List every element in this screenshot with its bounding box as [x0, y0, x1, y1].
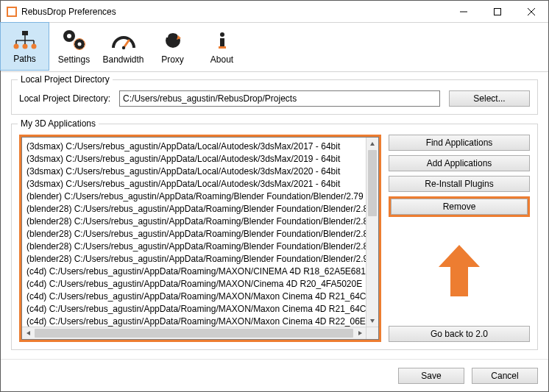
list-item[interactable]: (blender28) C:/Users/rebus_agustin/AppDa…	[26, 253, 361, 266]
window-controls	[447, 1, 548, 22]
list-item[interactable]: (3dsmax) C:/Users/rebus_agustin/AppData/…	[26, 153, 361, 165]
find-applications-button[interactable]: Find Applications	[389, 135, 530, 151]
footer: Save Cancel	[1, 359, 548, 391]
list-item[interactable]: (3dsmax) C:/Users/rebus_agustin/AppData/…	[26, 165, 361, 178]
scroll-right-icon[interactable]	[353, 327, 366, 339]
list-item[interactable]: (3dsmax) C:/Users/rebus_agustin/AppData/…	[26, 140, 361, 153]
scroll-corner	[366, 327, 378, 339]
apps-group-title: My 3D Applications	[18, 118, 99, 129]
cancel-button[interactable]: Cancel	[472, 368, 538, 384]
horizontal-scrollbar[interactable]	[22, 327, 366, 339]
local-project-label: Local Project Directory:	[19, 93, 110, 104]
tab-proxy[interactable]: Proxy	[148, 23, 197, 71]
add-applications-button[interactable]: Add Applications	[389, 155, 530, 171]
list-item[interactable]: (c4d) C:/Users/rebus_agustin/AppData/Roa…	[26, 278, 361, 291]
svg-point-17	[77, 43, 81, 46]
vertical-scrollbar[interactable]	[366, 138, 378, 327]
list-item[interactable]: (blender28) C:/Users/rebus_agustin/AppDa…	[26, 228, 361, 240]
list-item[interactable]: (c4d) C:/Users/rebus_agustin/AppData/Roa…	[26, 291, 361, 303]
preferences-window: RebusDrop Preferences	[0, 0, 549, 392]
app-icon	[7, 7, 17, 17]
svg-point-23	[220, 32, 224, 37]
remove-highlight: Remove	[389, 196, 530, 217]
list-item[interactable]: (blender28) C:/Users/rebus_agustin/AppDa…	[26, 203, 361, 215]
svg-point-20	[121, 46, 124, 49]
local-project-group: Local Project Directory Local Project Di…	[11, 79, 538, 115]
proxy-icon	[160, 29, 185, 51]
body: Local Project Directory Local Project Di…	[1, 72, 548, 359]
apps-side-buttons: Find Applications Add Applications Re-In…	[389, 135, 530, 342]
save-button[interactable]: Save	[398, 368, 464, 384]
svg-marker-30	[439, 245, 480, 296]
select-button[interactable]: Select...	[449, 90, 530, 107]
apps-list-highlight: (3dsmax) C:/Users/rebus_agustin/AppData/…	[19, 135, 381, 342]
svg-marker-26	[370, 142, 375, 146]
list-item[interactable]: (blender28) C:/Users/rebus_agustin/AppDa…	[26, 240, 361, 253]
svg-marker-27	[370, 319, 375, 323]
scroll-down-icon[interactable]	[366, 314, 378, 327]
list-item[interactable]: (blender28) C:/Users/rebus_agustin/AppDa…	[26, 215, 361, 228]
paths-icon	[13, 29, 38, 51]
scroll-left-icon[interactable]	[22, 327, 35, 339]
list-item[interactable]: (c4d) C:/Users/rebus_agustin/AppData/Roa…	[26, 316, 361, 327]
scroll-up-icon[interactable]	[366, 138, 378, 150]
list-item[interactable]: (c4d) C:/Users/rebus_agustin/AppData/Roa…	[26, 266, 361, 278]
arrow-up-icon	[439, 245, 480, 299]
local-project-input[interactable]	[119, 90, 440, 107]
toolbar: Paths Settings Bandwidth	[1, 23, 548, 72]
svg-point-10	[13, 44, 18, 49]
svg-rect-2	[495, 8, 501, 15]
svg-marker-29	[358, 331, 362, 335]
svg-marker-28	[26, 331, 30, 335]
close-button[interactable]	[514, 1, 548, 22]
apps-group: My 3D Applications (3dsmax) C:/Users/reb…	[11, 124, 538, 350]
maximize-button[interactable]	[481, 1, 514, 22]
titlebar: RebusDrop Preferences	[1, 1, 548, 23]
local-project-group-title: Local Project Directory	[18, 74, 113, 85]
scroll-thumb-horizontal[interactable]	[35, 329, 353, 338]
bandwidth-icon	[111, 29, 136, 51]
window-title: RebusDrop Preferences	[21, 7, 447, 17]
list-item[interactable]: (c4d) C:/Users/rebus_agustin/AppData/Roa…	[26, 303, 361, 316]
tab-settings[interactable]: Settings	[49, 23, 99, 71]
about-icon	[210, 29, 235, 51]
tab-about[interactable]: About	[197, 23, 247, 71]
tab-paths[interactable]: Paths	[0, 22, 49, 71]
apps-listbox[interactable]: (3dsmax) C:/Users/rebus_agustin/AppData/…	[21, 137, 379, 340]
svg-point-15	[67, 34, 71, 38]
svg-rect-5	[22, 31, 28, 35]
scroll-thumb-vertical[interactable]	[368, 150, 377, 216]
svg-rect-25	[219, 46, 226, 49]
list-item[interactable]: (3dsmax) C:/Users/rebus_agustin/AppData/…	[26, 178, 361, 190]
svg-point-11	[22, 44, 27, 49]
svg-rect-0	[7, 7, 16, 16]
list-item[interactable]: (blender) C:/Users/rebus_agustin/AppData…	[26, 190, 361, 203]
go-back-button[interactable]: Go back to 2.0	[389, 326, 530, 342]
minimize-button[interactable]	[447, 1, 481, 22]
remove-button[interactable]: Remove	[391, 199, 528, 215]
reinstall-plugins-button[interactable]: Re-Install Plugins	[389, 176, 530, 192]
svg-point-12	[31, 44, 36, 49]
settings-icon	[62, 29, 87, 51]
tab-bandwidth[interactable]: Bandwidth	[99, 23, 148, 71]
